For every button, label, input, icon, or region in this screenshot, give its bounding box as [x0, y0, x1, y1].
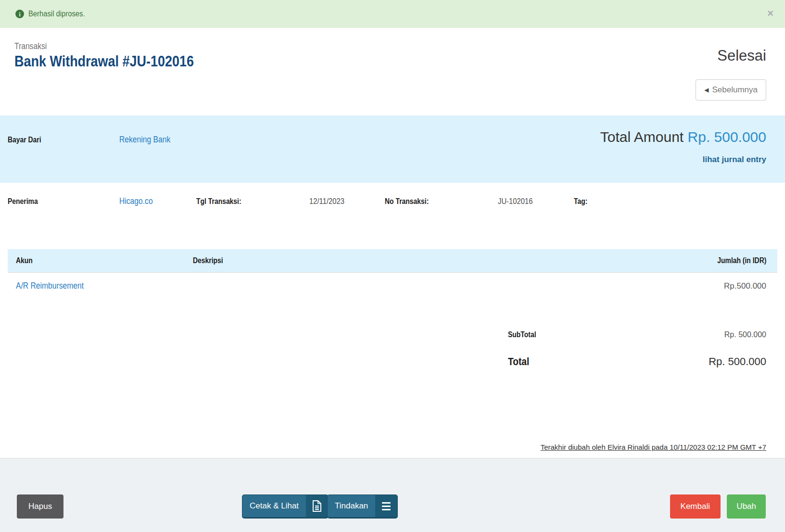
- row-amount: Rp.500.000: [575, 281, 777, 291]
- detail-fields: Penerima Hicago.co Tgl Transaksi: 12/11/…: [0, 183, 785, 249]
- table-header-row: Akun Deskripsi Jumlah (in IDR): [8, 249, 777, 273]
- actions-button[interactable]: Tindakan: [327, 494, 398, 519]
- back-button[interactable]: Kembali: [670, 494, 721, 519]
- page-title: Bank Withdrawal #JU-102016: [14, 53, 194, 70]
- transaction-number-value: JU-102016: [498, 197, 532, 206]
- payee-link[interactable]: Hicago.co: [119, 196, 158, 206]
- total-amount-label: Total Amount: [600, 129, 684, 145]
- subtotal-label: SubTotal: [508, 330, 536, 339]
- pay-from-label: Bayar Dari: [8, 136, 41, 144]
- transaction-number-label: No Transaksi:: [385, 197, 429, 206]
- account-link[interactable]: A/R Reimbursement: [16, 281, 94, 291]
- pay-from-link[interactable]: Rekening Bank: [119, 135, 178, 145]
- total-line: Total Rp. 500.000: [508, 355, 777, 368]
- payee-label: Penerima: [8, 197, 38, 206]
- actions-button-label: Tindakan: [328, 495, 375, 517]
- action-bar: Hapus Cetak & Lihat Tindakan Kembali Uba…: [0, 458, 785, 532]
- menu-icon: [375, 495, 397, 517]
- line-items-table: Akun Deskripsi Jumlah (in IDR) A/R Reimb…: [8, 249, 777, 291]
- journal-entry-link[interactable]: lihat jurnal entry: [703, 155, 766, 165]
- tag-label: Tag:: [574, 197, 587, 206]
- transaction-date-value: 12/11/2023: [309, 197, 344, 206]
- column-header-jumlah: Jumlah (in IDR): [717, 256, 766, 265]
- edit-button[interactable]: Ubah: [727, 494, 766, 519]
- alert-message: Berhasil diproses.: [28, 9, 85, 19]
- last-modified-link[interactable]: Terakhir diubah oleh Elvira Rinaldi pada…: [541, 443, 766, 451]
- close-icon[interactable]: [767, 8, 773, 19]
- print-view-button-label: Cetak & Lihat: [242, 495, 306, 517]
- document-icon: [306, 495, 328, 517]
- total-amount-value: Rp. 500.000: [688, 129, 766, 145]
- total-label: Total: [508, 355, 529, 368]
- column-header-deskripsi: Deskripsi: [193, 256, 223, 265]
- transaction-detail-page: Berhasil diproses. Transaksi Bank Withdr…: [0, 0, 785, 532]
- success-alert: Berhasil diproses.: [0, 0, 785, 28]
- total-amount: Total Amount Rp. 500.000: [600, 129, 766, 145]
- caret-left-icon: [704, 87, 709, 93]
- page-subtitle: Transaksi: [14, 41, 47, 51]
- subtotal-line: SubTotal Rp. 500.000: [508, 330, 777, 339]
- info-icon: [15, 10, 24, 18]
- status-badge: Selesai: [717, 47, 766, 64]
- page-header: Transaksi Bank Withdrawal #JU-102016 Sel…: [0, 28, 785, 115]
- total-value: Rp. 500.000: [652, 355, 777, 368]
- summary-band: Bayar Dari Rekening Bank Total Amount Rp…: [0, 115, 785, 183]
- print-view-button[interactable]: Cetak & Lihat: [242, 494, 329, 519]
- transaction-date-label: Tgl Transaksi:: [196, 197, 241, 206]
- table-row: A/R Reimbursement Rp.500.000: [8, 273, 777, 291]
- column-header-akun: Akun: [16, 256, 33, 265]
- totals-section: SubTotal Rp. 500.000 Total Rp. 500.000: [508, 330, 777, 368]
- previous-button[interactable]: Sebelumnya: [696, 79, 766, 101]
- previous-button-label: Sebelumnya: [712, 85, 758, 95]
- delete-button[interactable]: Hapus: [17, 494, 63, 519]
- subtotal-value: Rp. 500.000: [652, 330, 777, 339]
